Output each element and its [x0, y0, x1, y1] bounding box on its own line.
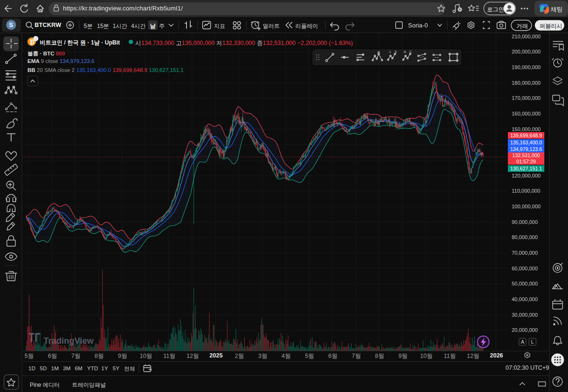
svg-text:C: C	[409, 50, 412, 53]
svg-text:5: 5	[395, 50, 397, 53]
svg-text:1: 1	[389, 50, 391, 53]
svg-text:A: A	[404, 50, 406, 53]
svg-text:TradingView: TradingView	[44, 336, 94, 346]
